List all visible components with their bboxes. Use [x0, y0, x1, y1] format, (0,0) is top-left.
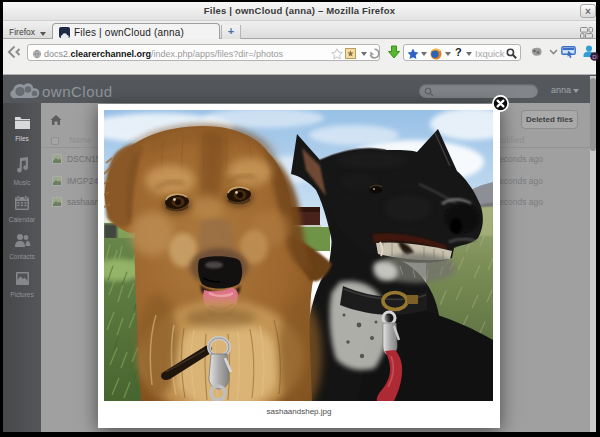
svg-text:D: D	[592, 54, 597, 60]
